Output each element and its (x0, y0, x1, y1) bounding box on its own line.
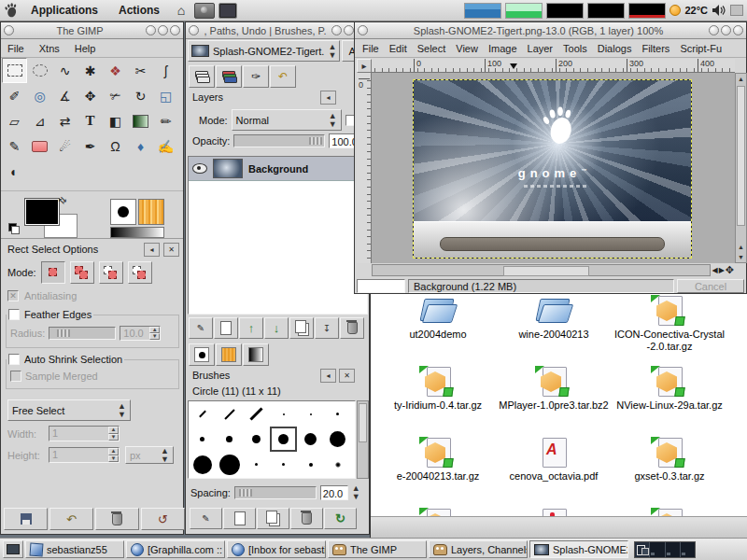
rect-select-tool-icon[interactable] (2, 58, 27, 83)
pencil-tool-icon[interactable]: ✏ (153, 108, 178, 133)
brush-fuzzy[interactable] (324, 452, 351, 477)
brush-circle-13[interactable] (297, 427, 324, 452)
taskbar-item-graphilla[interactable]: [Graphilla.com :: И (126, 540, 225, 558)
maximize-button[interactable] (158, 25, 168, 35)
toolbox-menu-item[interactable]: Xtns (39, 43, 60, 54)
blur-tool-icon[interactable]: ♦ (128, 133, 153, 159)
image-menu-item[interactable]: Script-Fu (680, 43, 722, 54)
scroll-arrows[interactable]: ◀▶✥ (712, 264, 734, 276)
image-menu-item[interactable]: Select (417, 43, 446, 54)
ellipse-select-tool-icon[interactable] (27, 58, 52, 83)
memory-monitor-applet[interactable] (505, 3, 543, 19)
brush-circle-17[interactable] (324, 427, 351, 452)
minimize-button[interactable] (709, 25, 719, 35)
pan-navigation-icon[interactable]: ✥ (726, 264, 734, 276)
radius-spinner[interactable]: 10.0 ▲▼ (120, 326, 161, 341)
flip-tool-icon[interactable]: ⇄ (52, 108, 78, 133)
window-menu-button[interactable] (4, 25, 14, 35)
delete-layer-button[interactable] (340, 317, 364, 339)
image-menu-item[interactable]: File (362, 43, 379, 54)
antialiasing-checkbox[interactable]: ✕ (7, 290, 19, 301)
reset-options-button[interactable]: ↺ (141, 508, 185, 530)
monitor-applet-2[interactable] (587, 3, 625, 19)
image-menu-item[interactable]: Edit (389, 43, 407, 54)
layer-visibility-icon[interactable] (192, 163, 207, 174)
color-picker-tool-icon[interactable]: ✐ (2, 83, 27, 108)
vertical-scrollbar[interactable]: ▲ ▲ ▼ (735, 73, 747, 263)
restore-options-button[interactable]: ↶ (49, 508, 93, 530)
detach-panel-icon[interactable]: ◂ (144, 243, 160, 257)
fuzzy-select-tool-icon[interactable]: ✱ (78, 58, 103, 83)
brush-fuzzy[interactable] (189, 477, 216, 479)
close-panel-icon[interactable]: ✕ (339, 369, 355, 383)
taskbar-item-layers-channels[interactable]: Layers, Channels, (429, 540, 528, 558)
raise-layer-button[interactable]: ↑ (239, 317, 263, 339)
brush-slash-large[interactable] (243, 401, 270, 427)
gnome-foot-icon[interactable] (4, 3, 19, 18)
tab-gradients[interactable] (243, 343, 269, 366)
image-menu-button[interactable]: ▸ (357, 59, 372, 73)
airbrush-tool-icon[interactable]: ☄ (52, 133, 78, 159)
horizontal-scrollbar[interactable] (372, 264, 711, 276)
desktop-icon-icon-conectiva-crystal[interactable]: A ICON-Conectiva-Crystal-2.0.tar.gz (612, 295, 727, 366)
selection-mode-subtract-button[interactable] (99, 261, 123, 284)
workspace-1[interactable] (635, 542, 650, 557)
new-layer-button[interactable] (214, 317, 238, 339)
lower-layer-button[interactable]: ↓ (264, 317, 289, 339)
bucket-fill-tool-icon[interactable]: ◧ (103, 108, 128, 133)
spacing-value[interactable]: 20.0 (320, 485, 348, 500)
vertical-ruler[interactable]: 0 (357, 73, 372, 263)
brush-circle-9[interactable] (243, 427, 270, 452)
desktop-icon-iridium[interactable]: A ty-Iridium-0.4.tar.gz (380, 366, 496, 437)
select-type-dropdown[interactable]: Free Select▲▼ (7, 399, 131, 421)
window-menu-button[interactable] (358, 25, 368, 35)
eraser-tool-icon[interactable] (27, 133, 52, 159)
anchor-layer-button[interactable]: ↧ (315, 317, 339, 339)
image-menu-item[interactable]: Tools (563, 43, 587, 54)
delete-brush-button[interactable] (290, 508, 323, 529)
cancel-button[interactable]: Cancel (677, 279, 744, 293)
desktop-icon-gxset[interactable]: A gxset-0.3.tar.gz (612, 437, 727, 508)
desktop-icon-wine-tar[interactable]: A e-20040213.tar.gz (380, 437, 496, 508)
image-menu-item[interactable]: Layer (528, 43, 554, 54)
sample-merged-checkbox[interactable] (10, 371, 21, 382)
perspective-tool-icon[interactable]: ⊿ (27, 108, 52, 133)
scroll-down-icon[interactable]: ▼ (736, 252, 746, 262)
new-brush-button[interactable] (223, 508, 256, 529)
desktop-icon-ut2004demo[interactable]: A ut2004demo (380, 295, 496, 366)
image-menu-item[interactable]: Image (488, 43, 517, 54)
delete-options-button[interactable] (95, 508, 139, 530)
close-button[interactable] (170, 25, 180, 35)
tab-patterns[interactable] (216, 343, 242, 366)
brush-fuzzy[interactable] (270, 477, 297, 479)
close-panel-icon[interactable]: ✕ (163, 243, 179, 257)
brush-slash-small[interactable] (189, 401, 216, 427)
scroll-up-icon[interactable]: ▲ (736, 74, 746, 84)
taskbar-item-the-gimp[interactable]: The GIMP (328, 540, 427, 558)
cpu-monitor-applet[interactable] (464, 3, 501, 19)
dodge-burn-tool-icon[interactable]: ◐ (2, 159, 27, 184)
dialog-titlebar[interactable]: , Paths, Undo | Brushes, P. (186, 22, 369, 39)
duplicate-brush-button[interactable] (257, 508, 289, 529)
tab-layers[interactable] (189, 65, 215, 88)
home-launcher-icon[interactable]: ⌂ (172, 2, 190, 19)
panel-menu-icon[interactable]: ◂ (320, 91, 336, 105)
brush-circle-19[interactable] (189, 452, 216, 477)
unit-dropdown[interactable]: px▲▼ (125, 446, 174, 464)
brush-circle-7[interactable] (216, 427, 243, 452)
spin-up-icon[interactable]: ▲ (149, 327, 160, 333)
window-menu-button[interactable] (189, 25, 199, 35)
workspace-2[interactable] (650, 542, 665, 557)
measure-tool-icon[interactable]: ∡ (52, 83, 78, 108)
default-colors-icon[interactable] (8, 223, 20, 234)
brush-dot[interactable] (270, 401, 297, 427)
network-monitor-applet[interactable] (628, 3, 666, 19)
opacity-slider[interactable] (233, 134, 325, 147)
tab-undo-history[interactable]: ↶ (270, 65, 296, 88)
minimize-button[interactable] (331, 25, 342, 35)
radius-slider[interactable] (49, 327, 116, 340)
rotate-tool-icon[interactable]: ↻ (128, 83, 153, 108)
gradient-tool-icon[interactable] (128, 108, 153, 133)
select-by-color-tool-icon[interactable]: ❖ (103, 58, 128, 83)
brush-dot[interactable] (243, 452, 270, 477)
